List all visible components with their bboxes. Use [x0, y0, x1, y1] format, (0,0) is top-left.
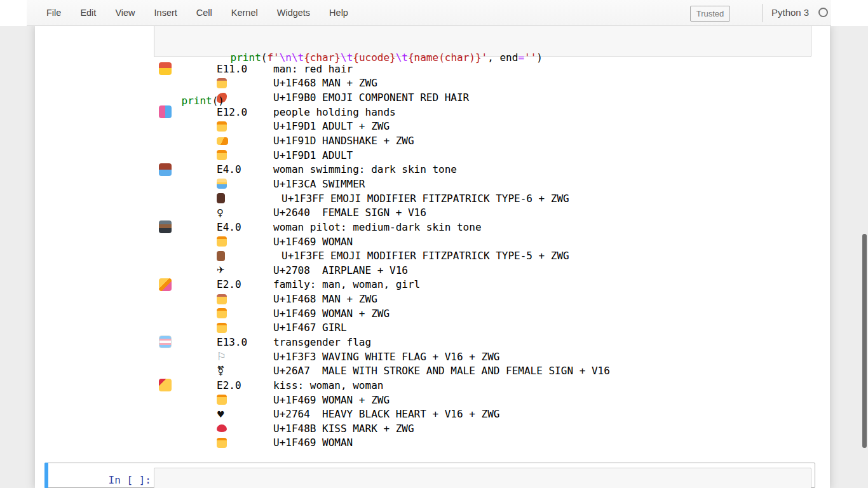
composed-emoji [159, 379, 217, 391]
emoji-glyph [217, 179, 227, 189]
emoji-glyph: ✈ [217, 264, 225, 276]
emoji-version-or-component: E2.0 [217, 379, 273, 391]
output-row: U+1F468 MAN + ZWG [159, 292, 807, 306]
code-token: print [157, 95, 212, 107]
output-row: U+1F3FF EMOJI MODIFIER FITZPATRICK TYPE-… [159, 191, 807, 206]
code-line: print(f'\n\t{char}\t{ucode}\t{name(char)… [157, 51, 543, 65]
emoji-glyph [217, 294, 227, 304]
menu-file[interactable]: File [37, 8, 71, 18]
emoji-description: woman pilot: medium-dark skin tone [273, 221, 482, 233]
output-row: ♀ U+2640 FEMALE SIGN + V16 [159, 205, 807, 220]
code-token: print [157, 51, 261, 64]
emoji-glyph [217, 193, 225, 203]
code-token: f' [267, 51, 279, 64]
code-token: , [487, 51, 499, 64]
emoji-version-or-component [217, 251, 273, 261]
emoji-version-or-component [217, 294, 273, 304]
output-row: ⚐ U+1F3F3 WAVING WHITE FLAG + V16 + ZWG [159, 349, 807, 364]
emoji-version-or-component: E4.0 [217, 163, 273, 175]
code-token: \n\t [280, 51, 304, 64]
emoji-version-or-component [217, 236, 273, 247]
emoji-version-or-component [217, 137, 273, 145]
emoji-description: woman swimming: dark skin tone [273, 163, 457, 175]
emoji-version-or-component: ♀ [217, 207, 273, 219]
emoji-description: U+2764 HEAVY BLACK HEART + V16 + ZWG [273, 408, 499, 420]
emoji-glyph: ⚐ [217, 350, 226, 363]
emoji-glyph [217, 308, 227, 318]
emoji-description: U+1F467 GIRL [273, 322, 347, 334]
menu-kernel[interactable]: Kernel [222, 8, 268, 18]
output-row: ♥ U+2764 HEAVY BLACK HEART + V16 + ZWG [159, 407, 807, 421]
emoji-glyph [159, 379, 172, 391]
menu-widgets[interactable]: Widgets [268, 8, 320, 18]
composed-emoji [159, 163, 217, 176]
output-row: U+1F469 WOMAN [159, 436, 807, 451]
composed-emoji [159, 336, 217, 348]
emoji-description: family: man, woman, girl [273, 278, 420, 290]
emoji-version-or-component [217, 308, 273, 318]
emoji-version-or-component: E13.0 [217, 336, 273, 348]
menu-view[interactable]: View [105, 8, 144, 18]
emoji-description: U+1F48B KISS MARK + ZWG [273, 423, 414, 435]
emoji-description: U+2640 FEMALE SIGN + V16 [273, 207, 426, 219]
output-row: E13.0 transgender flag [159, 335, 807, 349]
input-prompt: In [ ]: [99, 474, 151, 486]
code-line: print() [157, 94, 543, 109]
emoji-version-or-component [217, 179, 273, 189]
emoji-description: U+26A7 MALE WITH STROKE AND MALE AND FEM… [273, 365, 610, 377]
output-row: E2.0 family: man, woman, girl [159, 278, 807, 292]
menu-list: File Edit View Insert Cell Kernel Widget… [37, 0, 358, 25]
emoji-glyph [159, 336, 172, 348]
code-token: {name(char)} [408, 51, 482, 64]
menu-edit[interactable]: Edit [71, 8, 105, 18]
emoji-description: U+1F469 WOMAN + ZWG [273, 308, 390, 320]
emoji-version-or-component [217, 323, 273, 333]
emoji-version-or-component [217, 150, 273, 160]
menu-insert[interactable]: Insert [145, 8, 187, 18]
output-row: U+1F3FE EMOJI MODIFIER FITZPATRICK TYPE-… [159, 248, 807, 263]
output-row: U+1F3CA SWIMMER [159, 177, 807, 191]
emoji-glyph [217, 424, 227, 432]
emoji-version-or-component: E4.0 [217, 221, 273, 233]
kernel-idle-icon [818, 8, 828, 17]
code-token: end [499, 51, 518, 64]
emoji-description: U+1F3FE EMOJI MODIFIER FITZPATRICK TYPE-… [273, 250, 569, 262]
code-token: = [518, 51, 524, 64]
emoji-glyph [159, 278, 172, 291]
output-row: U+1F9D1 ADULT [159, 148, 807, 163]
emoji-glyph [217, 323, 227, 333]
output-row: U+1F469 WOMAN + ZWG [159, 306, 807, 321]
output-row: U+1F469 WOMAN + ZWG [159, 393, 807, 407]
emoji-description: U+1F3FF EMOJI MODIFIER FITZPATRICK TYPE-… [273, 193, 569, 205]
emoji-glyph: ⚧ [217, 365, 225, 377]
composed-emoji [159, 220, 217, 233]
emoji-description: U+1F469 WOMAN + ZWG [273, 394, 390, 406]
emoji-glyph: ♥ [217, 409, 225, 419]
code-token: \t [341, 51, 353, 64]
emoji-version-or-component: ⚐ [217, 350, 273, 363]
emoji-description: kiss: woman, woman [273, 379, 383, 391]
selected-empty-cell[interactable]: In [ ]: [44, 463, 815, 488]
code-editor[interactable]: print(f'\n\t{char}\t{ucode}\t{name(char)… [157, 22, 543, 137]
emoji-glyph [217, 236, 227, 247]
trusted-badge: Trusted [690, 6, 730, 22]
code-token: {char} [304, 51, 341, 64]
output-row: E4.0 woman swimming: dark skin tone [159, 162, 807, 177]
output-row: ⚧ U+26A7 MALE WITH STROKE AND MALE AND F… [159, 363, 807, 378]
emoji-glyph [217, 438, 227, 448]
emoji-glyph [217, 150, 227, 160]
emoji-glyph [217, 137, 228, 145]
emoji-glyph [159, 220, 172, 233]
vertical-scrollbar-thumb[interactable] [862, 234, 867, 448]
empty-code-input[interactable] [154, 468, 811, 488]
emoji-version-or-component [217, 424, 273, 432]
output-row: E2.0 kiss: woman, woman [159, 378, 807, 393]
menu-help[interactable]: Help [320, 8, 358, 18]
emoji-version-or-component: ⚧ [217, 365, 273, 377]
composed-emoji [159, 278, 217, 291]
emoji-description: U+2708 AIRPLANE + V16 [273, 264, 408, 276]
code-token: {ucode} [353, 51, 395, 64]
emoji-version-or-component: E2.0 [217, 278, 273, 290]
menu-cell[interactable]: Cell [187, 8, 222, 18]
emoji-version-or-component: ✈ [217, 264, 273, 276]
